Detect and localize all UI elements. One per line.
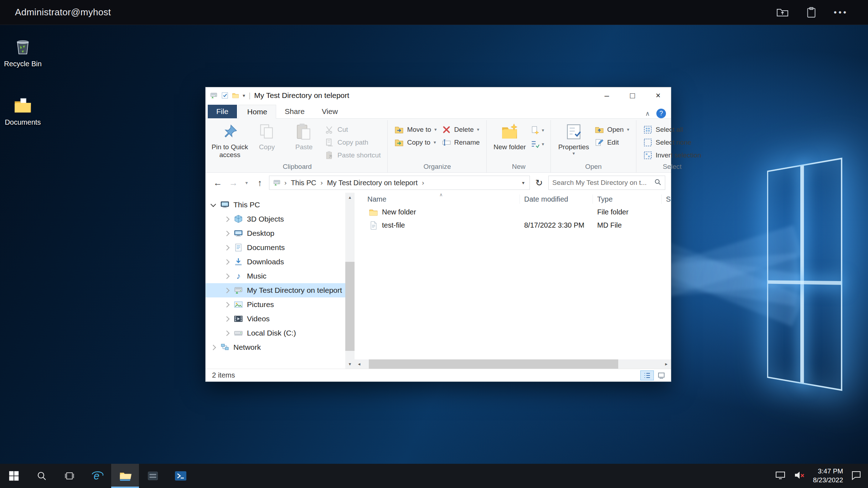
remote-display-icon[interactable] <box>775 470 786 482</box>
scroll-right-icon[interactable]: ► <box>662 362 671 366</box>
maximize-button[interactable]: □ <box>620 87 645 104</box>
crumb-separator-icon[interactable]: › <box>419 179 427 187</box>
nav-item-music[interactable]: ♪ Music <box>206 269 345 283</box>
desktop-icon-documents[interactable]: Documents <box>1 90 45 126</box>
scroll-up-icon[interactable]: ▲ <box>345 193 355 202</box>
file-transfer-icon[interactable] <box>776 6 789 19</box>
back-button[interactable]: ← <box>211 176 224 189</box>
file-row-test-file[interactable]: test-file 8/17/2022 3:30 PM MD File <box>355 219 671 232</box>
chevron-right-icon[interactable] <box>224 245 230 250</box>
chevron-right-icon[interactable] <box>224 316 230 322</box>
scrollbar-track[interactable] <box>345 202 355 359</box>
forward-button[interactable]: → <box>227 176 240 189</box>
nav-item-network[interactable]: Network <box>206 340 345 354</box>
scroll-down-icon[interactable]: ▼ <box>345 359 355 369</box>
breadcrumb-current-folder[interactable]: My Test Directory on teleport <box>326 179 419 187</box>
desktop-icon-recycle-bin[interactable]: Recycle Bin <box>1 31 45 68</box>
volume-muted-icon[interactable] <box>794 469 805 482</box>
chevron-right-icon[interactable] <box>224 230 230 236</box>
search-input[interactable] <box>552 179 651 187</box>
clipboard-icon[interactable] <box>805 6 817 19</box>
close-button[interactable]: × <box>645 87 671 104</box>
tab-share[interactable]: Share <box>276 105 313 118</box>
chevron-down-icon[interactable] <box>211 201 216 207</box>
scrollbar-track[interactable] <box>364 359 662 369</box>
breadcrumb-this-pc[interactable]: This PC <box>289 179 317 187</box>
nav-item-pictures[interactable]: Pictures <box>206 297 345 312</box>
up-button[interactable]: ↑ <box>253 176 266 189</box>
paste-button[interactable]: Paste <box>285 121 322 151</box>
recent-locations-dropdown-icon[interactable]: ▾ <box>243 176 250 189</box>
qat-customize-dropdown-icon[interactable]: ▾ <box>243 93 245 98</box>
powershell-button[interactable] <box>167 464 195 488</box>
select-all-button[interactable]: Select all <box>641 124 704 135</box>
tab-home[interactable]: Home <box>238 105 276 119</box>
rename-button[interactable]: Rename <box>439 136 482 148</box>
nav-item-videos[interactable]: Videos <box>206 312 345 326</box>
chevron-right-icon[interactable] <box>224 273 230 279</box>
sort-ascending-icon[interactable]: ∧ <box>439 192 443 197</box>
crumb-separator-icon[interactable]: › <box>317 179 325 187</box>
window-icon[interactable] <box>210 92 218 99</box>
qat-properties-icon[interactable] <box>221 92 228 99</box>
scroll-left-icon[interactable]: ◄ <box>355 362 364 366</box>
chevron-right-icon[interactable] <box>211 344 216 350</box>
internet-explorer-button[interactable]: e <box>83 464 111 488</box>
more-options-icon[interactable]: ••• <box>834 8 848 17</box>
chevron-right-icon[interactable] <box>224 216 230 222</box>
chevron-right-icon[interactable] <box>224 287 230 293</box>
task-view-button[interactable] <box>56 464 83 488</box>
select-none-button[interactable]: Select none <box>641 136 704 148</box>
search-icon[interactable] <box>654 178 661 187</box>
edit-button[interactable]: Edit <box>592 136 632 148</box>
address-history-dropdown-icon[interactable]: ▾ <box>521 180 526 186</box>
nav-item-local-disk-c[interactable]: Local Disk (C:) <box>206 326 345 340</box>
delete-button[interactable]: Delete ▾ <box>439 124 482 135</box>
file-explorer-button[interactable] <box>111 464 139 488</box>
action-center-icon[interactable] <box>851 470 862 482</box>
nav-item-documents[interactable]: Documents <box>206 240 345 255</box>
tab-file[interactable]: File <box>208 105 237 118</box>
start-button[interactable] <box>0 464 28 488</box>
chevron-right-icon[interactable] <box>224 259 230 265</box>
minimize-button[interactable]: – <box>594 87 620 104</box>
help-icon[interactable]: ? <box>656 109 666 118</box>
crumb-separator-icon[interactable]: › <box>281 179 289 187</box>
nav-item-this-pc[interactable]: This PC <box>206 198 345 212</box>
tab-view[interactable]: View <box>313 105 346 118</box>
paste-shortcut-button[interactable]: Paste shortcut <box>322 149 383 161</box>
taskbar-clock[interactable]: 3:47 PM 8/23/2022 <box>813 467 843 484</box>
pin-to-quick-access-button[interactable]: Pin to Quick access <box>211 121 248 159</box>
ribbon-collapse-icon[interactable]: ∧ <box>645 110 650 118</box>
open-button[interactable]: Open ▾ <box>592 124 632 135</box>
move-to-button[interactable]: Move to ▾ <box>392 124 439 135</box>
thumbnails-view-button[interactable] <box>655 370 668 380</box>
server-manager-button[interactable] <box>139 464 167 488</box>
chevron-right-icon[interactable] <box>224 302 230 307</box>
chevron-right-icon[interactable] <box>224 330 230 336</box>
horizontal-scrollbar[interactable]: ◄ ► <box>355 359 671 369</box>
easy-access-button[interactable]: ▾ <box>528 137 546 150</box>
search-box[interactable] <box>548 176 665 190</box>
nav-item-downloads[interactable]: Downloads <box>206 255 345 269</box>
copy-path-button[interactable]: Copy path <box>322 136 383 148</box>
scrollbar-thumb[interactable] <box>345 262 355 351</box>
qat-new-folder-icon[interactable] <box>232 92 239 99</box>
nav-pane-scrollbar[interactable]: ▲ ▼ <box>345 193 355 369</box>
refresh-icon[interactable]: ↻ <box>533 178 546 188</box>
nav-item-desktop[interactable]: Desktop <box>206 226 345 240</box>
column-header-date-modified[interactable]: Date modified <box>520 194 593 204</box>
column-header-name[interactable]: Name <box>355 194 520 204</box>
column-header-type[interactable]: Type <box>593 194 662 204</box>
copy-button[interactable]: Copy <box>248 121 285 151</box>
properties-button[interactable]: Properties ▾ <box>555 121 592 156</box>
address-bar[interactable]: › This PC › My Test Directory on telepor… <box>269 176 530 190</box>
invert-selection-button[interactable]: Invert selection <box>641 149 704 161</box>
column-header-size[interactable]: Size <box>662 194 671 204</box>
scrollbar-thumb[interactable] <box>369 359 618 369</box>
nav-item-3d-objects[interactable]: 3D Objects <box>206 212 345 226</box>
cut-button[interactable]: Cut <box>322 124 383 135</box>
details-view-button[interactable] <box>640 370 654 380</box>
file-row-new-folder[interactable]: New folder File folder <box>355 206 671 219</box>
nav-item-my-test-directory[interactable]: My Test Directory on teleport <box>206 283 345 297</box>
